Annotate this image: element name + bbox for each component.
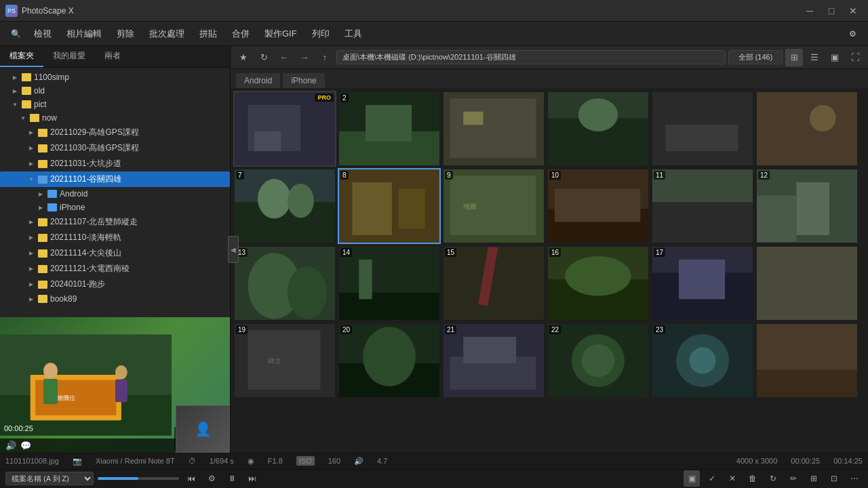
photo-cell-12[interactable]: 12	[755, 168, 859, 244]
tree-item-book89[interactable]: ▶ book89	[0, 292, 230, 306]
fullscreen-button[interactable]: ⛶	[846, 49, 864, 66]
tree-label: pict	[34, 100, 227, 109]
photo-cell-14[interactable]: 14	[338, 245, 441, 321]
sub-tab-android[interactable]: Android	[236, 73, 280, 88]
tree-item-20211107[interactable]: ▶ 20211107-北岳雙師縱走	[0, 214, 230, 230]
check-button[interactable]: ✓	[704, 470, 720, 487]
menu-photo-edit[interactable]: 相片編輯	[60, 25, 108, 43]
tree-item-20211031[interactable]: ▶ 20211031-大坑步道	[0, 156, 230, 171]
maximize-button[interactable]: □	[822, 4, 841, 18]
svg-text:地圖: 地圖	[462, 203, 477, 210]
photo-cell-8[interactable]: 8	[338, 168, 441, 244]
back-button[interactable]: ←	[275, 49, 293, 66]
menu-merge[interactable]: 合併	[225, 25, 256, 43]
skip-forward-button[interactable]: ⏭	[244, 470, 260, 487]
menu-batch[interactable]: 批次處理	[142, 25, 191, 43]
refresh-button[interactable]: ↻	[255, 49, 273, 66]
settings-icon[interactable]: ⚙	[842, 24, 863, 43]
sub-tab-iphone[interactable]: iPhone	[283, 73, 324, 88]
photo-cell-24[interactable]	[755, 323, 859, 399]
close-button[interactable]: ✕	[724, 470, 741, 487]
photo-cell-3[interactable]	[442, 91, 545, 167]
photo-cell-17[interactable]: 17	[651, 245, 754, 321]
photo-cell-18[interactable]	[755, 245, 859, 321]
path-bar[interactable]: 桌面\本機\本機磁碟 (D:)\pictnow\20211101-谷關四雄	[336, 50, 726, 64]
svg-rect-44	[757, 195, 796, 241]
menu-collage[interactable]: 拼貼	[193, 25, 224, 43]
tree-item-20211029[interactable]: ▶ 20211029-高雄GPS課程	[0, 125, 230, 140]
folder-icon	[38, 295, 47, 303]
sort-select[interactable]: 檔案名稱 (A 到 Z)	[5, 472, 94, 485]
photo-cell-21[interactable]: 21	[442, 323, 545, 399]
photo-cell-16[interactable]: 16	[547, 245, 650, 321]
photo-cell-15[interactable]: 15	[442, 245, 545, 321]
tree-item-20211110[interactable]: ▶ 20211110-淡海輕軌	[0, 230, 230, 245]
edit-button[interactable]: ✏	[785, 470, 802, 487]
crop-button[interactable]: ▣	[684, 470, 700, 487]
app-icon: PS	[5, 5, 18, 17]
resize-button[interactable]: ⊡	[826, 470, 842, 487]
rotate-button[interactable]: ↻	[765, 470, 781, 487]
photo-cell-13[interactable]: 13	[233, 245, 336, 321]
svg-point-47	[288, 266, 327, 319]
up-button[interactable]: ↑	[316, 49, 334, 66]
preview-volume-icon[interactable]: 🔊	[5, 441, 16, 451]
sidebar-tab-favorites[interactable]: 我的最愛	[43, 46, 95, 67]
star-button[interactable]: ★	[235, 49, 252, 66]
photo-cell-9[interactable]: 地圖 9	[442, 168, 545, 244]
count-display[interactable]: 全部 (146)	[728, 50, 783, 64]
tree-item-20211114[interactable]: ▶ 20211114-大尖後山	[0, 245, 230, 261]
photo-cell-19[interactable]: 碑文 19	[233, 323, 336, 399]
tree-item-1100simp[interactable]: ▶ 1100simp	[0, 70, 230, 84]
tree-item-20211121[interactable]: ▶ 20211121-大電西南稜	[0, 261, 230, 277]
menu-gif[interactable]: 製作GIF	[258, 25, 304, 43]
grid-view-button[interactable]: ⊞	[785, 49, 803, 66]
photo-cell-20[interactable]: 20	[338, 323, 441, 399]
tree-item-pict[interactable]: ▼ pict	[0, 98, 230, 111]
photo-cell-2[interactable]: 2	[338, 91, 441, 167]
photo-cell-22[interactable]: 22	[547, 323, 650, 399]
minimize-button[interactable]: ─	[800, 4, 819, 18]
sidebar-collapse-button[interactable]: ◀	[228, 236, 239, 263]
progress-bar[interactable]	[98, 477, 179, 480]
chevron-down-icon: ▼	[27, 176, 35, 184]
compare-button[interactable]: ⊞	[806, 470, 822, 487]
tree-item-20240101[interactable]: ▶ 20240101-跑步	[0, 277, 230, 292]
photo-cell-6[interactable]	[755, 91, 859, 167]
list-view-button[interactable]: ☰	[806, 49, 823, 66]
photo-cell-5[interactable]	[651, 91, 754, 167]
delete-button[interactable]: 🗑	[745, 470, 761, 487]
close-button[interactable]: ✕	[844, 4, 863, 18]
tree-item-android[interactable]: ▶ Android	[0, 187, 230, 201]
skip-back-button[interactable]: ⏮	[183, 470, 199, 487]
photo-cell-10[interactable]: 10	[547, 168, 650, 244]
search-icon[interactable]: 🔍	[5, 24, 26, 43]
svg-point-28	[258, 179, 291, 218]
photo-cell-23[interactable]: 23	[651, 323, 754, 399]
controls-button[interactable]: ⚙	[203, 470, 220, 487]
menu-tools[interactable]: 工具	[338, 25, 369, 43]
photo-cell-7[interactable]: 7	[233, 168, 336, 244]
tree-item-old[interactable]: ▶ old	[0, 84, 230, 98]
photo-cell-11[interactable]: 11	[651, 168, 754, 244]
svg-rect-6	[43, 379, 58, 404]
photo-cell-4[interactable]	[547, 91, 650, 167]
tree-item-now[interactable]: ▼ now	[0, 111, 230, 125]
menu-print[interactable]: 列印	[305, 25, 336, 43]
play-pause-button[interactable]: ⏸	[224, 470, 240, 487]
filmstrip-view-button[interactable]: ▣	[826, 49, 844, 66]
svg-point-20	[578, 98, 618, 131]
sidebar-tab-files[interactable]: 檔案夾	[0, 46, 43, 67]
forward-button[interactable]: →	[296, 49, 313, 66]
menu-view[interactable]: 檢視	[27, 25, 58, 43]
preview-chat-icon[interactable]: 💬	[20, 441, 31, 451]
chevron-right-icon: ▶	[27, 218, 35, 226]
tree-item-20211030[interactable]: ▶ 20211030-高雄GPS課程	[0, 140, 230, 156]
tree-item-20211101[interactable]: ▼ 20211101-谷關四雄	[0, 171, 230, 187]
more-button[interactable]: ⋯	[846, 470, 863, 487]
sidebar-tab-both[interactable]: 兩者	[95, 46, 130, 67]
tree-item-iphone[interactable]: ▶ iPhone	[0, 201, 230, 214]
photo-cell-1[interactable]: PRO	[233, 91, 336, 167]
photo-thumbnail-16	[548, 247, 648, 320]
menu-cut[interactable]: 剪除	[110, 25, 141, 43]
